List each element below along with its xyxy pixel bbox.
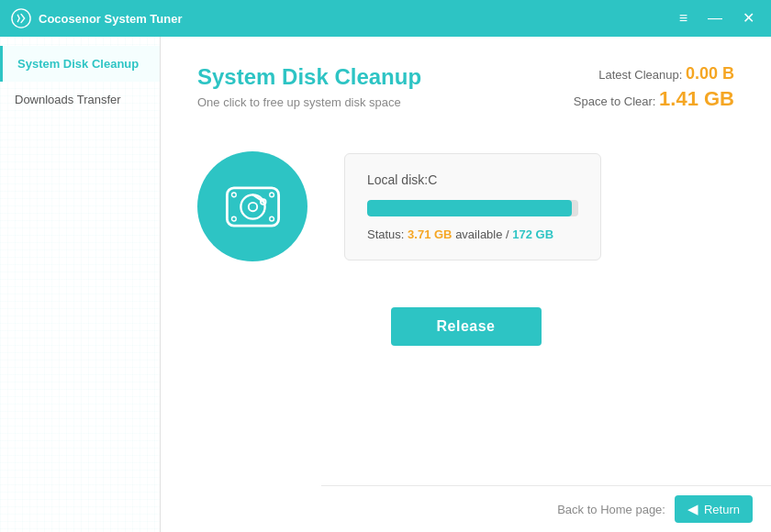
return-label: Return xyxy=(704,503,740,516)
page-title: System Disk Cleanup xyxy=(197,64,421,90)
disk-icon-circle xyxy=(197,151,307,261)
disk-info-card: Local disk:C Status: 3.71 GB available /… xyxy=(344,153,601,260)
title-block: System Disk Cleanup One click to free up… xyxy=(197,64,421,109)
minimize-button[interactable]: — xyxy=(702,9,728,28)
disk-available: 3.71 GB xyxy=(408,227,452,241)
disk-progress-bar xyxy=(367,200,578,216)
title-bar: Cocosenor System Tuner ≡ — ✕ xyxy=(0,0,771,37)
title-bar-left: Cocosenor System Tuner xyxy=(11,8,183,28)
app-title: Cocosenor System Tuner xyxy=(39,12,183,26)
sidebar-item-downloads-transfer[interactable]: Downloads Transfer xyxy=(0,82,160,117)
svg-point-2 xyxy=(240,194,264,218)
release-button[interactable]: Release xyxy=(391,307,542,346)
disk-label: Local disk:C xyxy=(367,172,578,187)
content-header: System Disk Cleanup One click to free up… xyxy=(197,64,734,115)
disk-progress-fill xyxy=(367,200,572,216)
stats-block: Latest Cleanup: 0.00 B Space to Clear: 1… xyxy=(574,64,734,115)
svg-point-0 xyxy=(12,9,30,28)
latest-cleanup-label: Latest Cleanup: xyxy=(598,68,682,82)
latest-cleanup-value: 0.00 B xyxy=(686,64,734,83)
sidebar-item-system-disk-cleanup[interactable]: System Disk Cleanup xyxy=(0,46,160,82)
menu-button[interactable]: ≡ xyxy=(674,9,693,28)
svg-point-7 xyxy=(269,193,274,197)
disk-total: 172 GB xyxy=(512,227,553,241)
status-prefix: Status: xyxy=(367,227,404,241)
content-area: System Disk Cleanup One click to free up… xyxy=(161,37,771,532)
space-to-clear-value: 1.41 GB xyxy=(659,87,734,110)
space-to-clear-row: Space to Clear: 1.41 GB xyxy=(574,87,734,111)
svg-rect-1 xyxy=(227,187,278,225)
svg-point-8 xyxy=(231,216,236,221)
svg-point-3 xyxy=(248,202,256,210)
bottom-bar: Back to Home page: ◀ Return xyxy=(321,485,771,532)
sidebar: System Disk Cleanup Downloads Transfer xyxy=(0,37,161,532)
app-icon xyxy=(11,8,31,28)
return-arrow-icon: ◀ xyxy=(687,501,698,517)
disk-icon xyxy=(218,172,287,241)
return-button[interactable]: ◀ Return xyxy=(675,495,753,523)
release-btn-row: Release xyxy=(197,307,734,346)
svg-point-9 xyxy=(269,216,274,221)
close-button[interactable]: ✕ xyxy=(737,9,760,28)
main-layout: System Disk Cleanup Downloads Transfer S… xyxy=(0,37,771,532)
status-middle: available / xyxy=(455,227,509,241)
latest-cleanup-row: Latest Cleanup: 0.00 B xyxy=(574,64,734,83)
back-label: Back to Home page: xyxy=(557,503,665,516)
space-to-clear-label: Space to Clear: xyxy=(574,94,656,108)
window-controls: ≡ — ✕ xyxy=(674,9,760,28)
disk-status: Status: 3.71 GB available / 172 GB xyxy=(367,227,578,241)
svg-point-6 xyxy=(231,193,236,197)
disk-area: Local disk:C Status: 3.71 GB available /… xyxy=(197,151,734,261)
page-subtitle: One click to free up system disk space xyxy=(197,95,421,109)
